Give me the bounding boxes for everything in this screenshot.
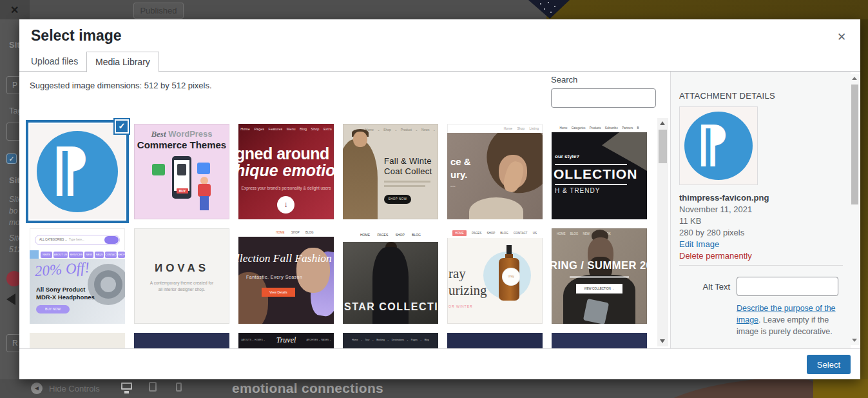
tile-nav: Home Pages Features Menu Blog Shop Extra bbox=[238, 127, 334, 131]
media-tile-uray-moisturizing[interactable]: HOME PAGES SHOP BLOG CONTACT US Uray ray… bbox=[447, 228, 543, 324]
nav-chip: NEWS bbox=[41, 252, 52, 258]
tile-heading: ray bbox=[448, 266, 466, 282]
sidebar-fragment: Site bbox=[9, 195, 19, 204]
phone-preview-icon bbox=[176, 383, 182, 392]
tile-heading: urizing bbox=[448, 283, 487, 299]
media-tile-spring-summer[interactable]: HOME BLOG NEW LOOKBOOK RING / SUMMER 20 … bbox=[552, 228, 647, 324]
selected-check-icon[interactable]: ✓ bbox=[115, 119, 129, 134]
nav-chip: ABOUT US bbox=[53, 252, 68, 258]
tile-subtitle: Fantastic. Every Season bbox=[246, 275, 302, 279]
media-library-content: Suggested image dimensions: 512 by 512 p… bbox=[19, 72, 860, 348]
mini-nav-row: NEWS ABOUT US SERVICES NEW FAQS CONTACT … bbox=[30, 250, 125, 259]
sidebar-divider bbox=[679, 265, 843, 266]
media-tile-designed-around-emotions[interactable]: Home Pages Features Menu Blog Shop Extra… bbox=[238, 124, 334, 219]
media-tile-partial[interactable] bbox=[30, 333, 125, 348]
sidebar-red-icon-fragment bbox=[6, 271, 19, 286]
tile-nav: ARCHIVES ⌄ PAGES ⌄ bbox=[307, 339, 331, 341]
tile-heading: hique emotio bbox=[238, 161, 334, 180]
photo-area: STAR COLLECTIO bbox=[343, 242, 438, 324]
shop-now-button: SHOP NOW bbox=[384, 195, 411, 204]
select-image-modal: Select image ✕ Upload files Media Librar… bbox=[19, 19, 860, 379]
tile-heading: ce & bbox=[450, 156, 471, 167]
sidebar-fragment: Sit bbox=[9, 175, 19, 185]
tile-heading: MDR-X Headphones bbox=[36, 294, 95, 301]
search-input[interactable] bbox=[551, 88, 656, 108]
nav-chip: SERVICES bbox=[69, 252, 83, 258]
collapse-controls-icon: ◄ bbox=[31, 383, 43, 394]
caption-line-placeholder bbox=[570, 276, 629, 278]
scroll-up-arrow[interactable] bbox=[852, 77, 857, 80]
media-tile-partial[interactable] bbox=[134, 333, 229, 348]
media-tile-elegance-luxury[interactable]: Home Shop Listing ce & ury. onia bbox=[447, 124, 543, 219]
scroll-up-arrow[interactable] bbox=[657, 118, 668, 128]
nav-home: HOME bbox=[276, 228, 285, 237]
scrollbar-thumb[interactable] bbox=[659, 130, 667, 163]
sidebar-back-arrow-fragment bbox=[6, 294, 15, 305]
dimmed-page-artwork bbox=[546, 0, 868, 19]
select-button[interactable]: Select bbox=[807, 355, 851, 374]
attachment-details-panel: ATTACHMENT DETAILS ¶ thimpress-favicon.p… bbox=[670, 72, 851, 348]
media-tile-partial[interactable] bbox=[447, 333, 543, 348]
media-tile-collection-trendy[interactable]: Home Categories Products Subscribe Partn… bbox=[552, 124, 647, 219]
tile-heading: ury. bbox=[450, 169, 467, 180]
attachment-filesize: 11 KB bbox=[679, 216, 701, 226]
nav-chip: NEW bbox=[84, 252, 93, 258]
tile-nav: Home ⌄ Shop ⌄ Product ⌄ News ⌄ bbox=[365, 128, 436, 132]
tile-heading: All Sony Product bbox=[36, 286, 86, 293]
media-tile-fall-winter-coats[interactable]: Home ⌄ Shop ⌄ Product ⌄ News ⌄ Fall & Wi… bbox=[343, 124, 438, 219]
tile-heading: RING / SUMMER 20 bbox=[552, 259, 647, 272]
media-tile-partial-travel[interactable]: Home ⌄ Tour ⌄ Booking ⌄ Destinations ⌄ P… bbox=[343, 333, 438, 348]
tile-nav: Home Shop Listing bbox=[504, 126, 539, 130]
tab-media-library[interactable]: Media Library bbox=[86, 52, 159, 72]
modal-close-icon[interactable]: ✕ bbox=[832, 27, 851, 46]
buy-chip: BUY bbox=[177, 188, 188, 194]
thimpress-logo-glyph: ¶ bbox=[52, 135, 90, 204]
media-tile-commerce-themes[interactable]: Best WordPress Commerce Themes BUY bbox=[134, 124, 229, 219]
bottle-label: Uray bbox=[503, 268, 519, 285]
glass-object-shape bbox=[583, 299, 609, 324]
attachment-dimensions: 280 by 280 pixels bbox=[679, 228, 744, 237]
thimpress-logo-glyph: ¶ bbox=[697, 115, 729, 174]
dimmed-customizer-sidebar: Sit P Tag ✓ Sit Site bo mo Site 512 R bbox=[0, 19, 19, 379]
sidebar-scrollbar[interactable] bbox=[851, 74, 859, 345]
alt-text-input[interactable] bbox=[737, 277, 838, 296]
photo-area: 20% Off! All Sony Product MDR-X Headphon… bbox=[30, 259, 125, 324]
bottle-cap-shape bbox=[506, 245, 512, 254]
scroll-down-arrow[interactable] bbox=[851, 336, 859, 345]
tablet-preview-icon bbox=[149, 382, 157, 392]
media-tile-partial-truvel[interactable]: LAYOUTS ⌄ HOMES ⌄ Truvel ARCHIVES ⌄ PAGE… bbox=[238, 333, 334, 348]
nav-chip: CONTACT bbox=[105, 252, 117, 258]
green-shirt-shape bbox=[152, 164, 165, 175]
dimmed-page-heading: emotional connections bbox=[232, 381, 383, 396]
scroll-down-arrow[interactable] bbox=[657, 336, 668, 346]
sidebar-fragment: Tag bbox=[9, 106, 19, 115]
media-tile-sony-headphones[interactable]: ALL CATEGORIES ⌄ Type here... NEWS ABOUT… bbox=[30, 228, 125, 324]
media-tile-thimpress-favicon[interactable]: ¶ ✓ bbox=[30, 124, 125, 219]
desktop-preview-icon bbox=[121, 383, 132, 390]
delete-permanently-link[interactable]: Delete permanently bbox=[679, 251, 752, 261]
alt-text-help: Describe the purpose of the image. Leave… bbox=[737, 303, 841, 337]
tile-nav: HOME SHOP BLOG bbox=[238, 228, 334, 237]
buy-now-button: BUY NOW bbox=[36, 305, 70, 313]
view-details-button: View Details bbox=[262, 288, 295, 297]
media-tile-fall-fashion[interactable]: HOME SHOP BLOG llection Fall Fashion Fan… bbox=[238, 228, 334, 324]
sidebar-input-fragment: P bbox=[6, 76, 19, 94]
edit-image-link[interactable]: Edit Image bbox=[679, 239, 719, 249]
novas-logo: ИOVAS bbox=[134, 262, 229, 275]
scrollbar-thumb[interactable] bbox=[851, 85, 858, 204]
media-tile-partial[interactable] bbox=[552, 333, 647, 348]
offer-text: 20% Off! bbox=[34, 259, 90, 280]
favicon-image: ¶ bbox=[30, 124, 125, 219]
grid-scrollbar[interactable] bbox=[657, 118, 668, 346]
mini-search-button bbox=[104, 236, 119, 244]
coat-man-shape bbox=[343, 139, 378, 219]
attachment-details-heading: ATTACHMENT DETAILS bbox=[679, 91, 775, 101]
tab-upload-files[interactable]: Upload files bbox=[23, 52, 86, 72]
media-tile-star-collection[interactable]: HOME PAGES SHOP BLOG STAR COLLECTIO bbox=[343, 228, 438, 324]
sidebar-fragment: Site bbox=[9, 234, 19, 243]
woman-sweater-shape bbox=[469, 197, 523, 219]
tile-heading: STAR COLLECTIO bbox=[344, 301, 438, 313]
headphone-shape bbox=[101, 277, 116, 292]
media-tile-novas[interactable]: ИOVAS A contemporary theme created for a… bbox=[134, 228, 229, 324]
attachment-thumbnail: ¶ bbox=[679, 106, 758, 185]
